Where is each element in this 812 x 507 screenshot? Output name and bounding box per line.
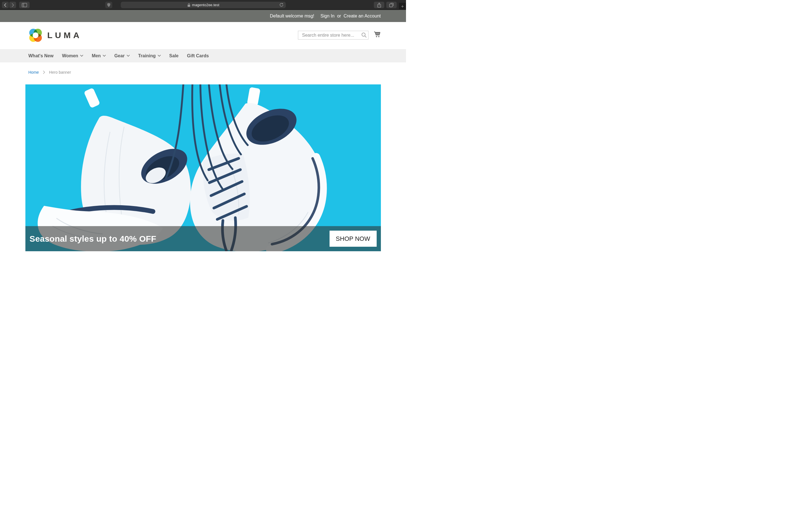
sidebar-button[interactable]	[19, 2, 29, 8]
breadcrumb-current: Hero banner	[49, 70, 71, 74]
reload-button[interactable]	[279, 3, 284, 8]
address-bar[interactable]: magento2ee.test	[121, 2, 286, 8]
nav-item-training[interactable]: Training	[134, 49, 165, 62]
forward-button[interactable]	[9, 2, 16, 8]
forward-icon	[10, 3, 15, 7]
shield-icon	[107, 3, 111, 7]
nav-item-women[interactable]: Women	[58, 49, 87, 62]
nav-item-gift-cards[interactable]: Gift Cards	[183, 49, 213, 62]
cart-icon	[373, 31, 381, 39]
welcome-message: Default welcome msg!	[270, 13, 314, 19]
tab-overview-button[interactable]	[386, 2, 397, 8]
nav-item-sale[interactable]: Sale	[165, 49, 183, 62]
logo-text: LUMA	[47, 31, 82, 40]
tab-overview-icon	[389, 3, 394, 7]
welcome-or-text: or	[337, 13, 341, 19]
hero-banner: Seasonal styles up to 40% OFF SHOP NOW	[25, 84, 381, 251]
back-icon	[3, 3, 8, 7]
nav-item-whats-new[interactable]: What's New	[28, 49, 58, 62]
address-text: magento2ee.test	[192, 3, 220, 7]
main-nav: What's New Women Men Gear Training	[0, 49, 406, 62]
luma-logo-icon	[28, 28, 43, 42]
sign-in-link[interactable]: Sign In	[320, 13, 334, 19]
breadcrumb: Home Hero banner	[25, 70, 381, 74]
share-button[interactable]	[374, 2, 384, 8]
share-icon	[377, 3, 381, 8]
search-box	[298, 31, 369, 40]
hero-headline: Seasonal styles up to 40% OFF	[29, 234, 156, 244]
breadcrumb-separator-icon	[43, 70, 45, 74]
shop-now-button[interactable]: SHOP NOW	[329, 231, 377, 247]
back-button[interactable]	[2, 2, 9, 8]
search-input[interactable]	[298, 31, 369, 40]
chevron-down-icon	[158, 55, 161, 57]
privacy-shield-button[interactable]	[105, 2, 112, 8]
search-submit-button[interactable]	[361, 32, 367, 38]
browser-chrome: magento2ee.test +	[0, 0, 406, 10]
chevron-down-icon	[103, 55, 106, 57]
chevron-down-icon	[127, 55, 130, 57]
welcome-bar: Default welcome msg! Sign In or Create a…	[0, 10, 406, 22]
create-account-link[interactable]: Create an Account	[343, 13, 381, 19]
minicart-button[interactable]	[373, 31, 381, 39]
search-icon	[361, 32, 367, 38]
reload-icon	[279, 3, 284, 7]
new-tab-button[interactable]: +	[399, 3, 406, 10]
nav-item-men[interactable]: Men	[87, 49, 110, 62]
nav-item-gear[interactable]: Gear	[110, 49, 134, 62]
store-header: LUMA	[0, 22, 406, 49]
luma-logo[interactable]: LUMA	[28, 28, 82, 42]
lock-icon	[187, 3, 190, 7]
sidebar-icon	[22, 3, 27, 7]
chevron-down-icon	[80, 55, 83, 57]
hero-overlay: Seasonal styles up to 40% OFF SHOP NOW	[25, 226, 381, 251]
breadcrumb-home-link[interactable]: Home	[28, 70, 39, 74]
